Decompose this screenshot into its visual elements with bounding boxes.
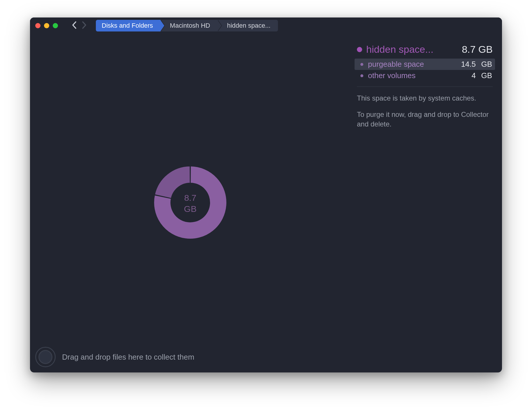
donut-center-value: 8.7: [184, 192, 196, 203]
breadcrumb-item-current[interactable]: hidden space...: [218, 20, 278, 31]
donut-center-label: 8.7 GB: [184, 192, 196, 214]
collector-icon: [35, 347, 56, 367]
breadcrumb-item-root[interactable]: Disks and Folders: [96, 20, 161, 31]
content-body: 8.7 GB hidden space... 8.7 GB purgeable …: [30, 34, 502, 372]
titlebar: Disks and Folders Macintosh HD hidden sp…: [30, 17, 502, 34]
breadcrumb: Disks and Folders Macintosh HD hidden sp…: [96, 20, 278, 31]
item-label: other volumes: [368, 71, 456, 80]
breadcrumb-label: hidden space...: [227, 22, 270, 29]
window-controls: [35, 23, 58, 28]
details-header: hidden space... 8.7 GB: [355, 42, 495, 59]
description-line: This space is taken by system caches.: [357, 93, 493, 103]
chart-area: 8.7 GB: [30, 34, 350, 372]
details-description: This space is taken by system caches. To…: [355, 93, 495, 129]
app-window: Disks and Folders Macintosh HD hidden sp…: [30, 17, 502, 372]
close-window-button[interactable]: [35, 23, 40, 28]
item-color-dot: [360, 63, 363, 66]
divider: [357, 87, 493, 87]
description-line: To purge it now, drag and drop to Collec…: [357, 110, 493, 129]
breadcrumb-label: Disks and Folders: [102, 22, 153, 29]
donut-chart[interactable]: 8.7 GB: [154, 166, 227, 240]
item-color-dot: [360, 74, 363, 77]
details-title: hidden space...: [366, 44, 458, 55]
details-size: 8.7 GB: [462, 44, 493, 55]
category-color-dot: [357, 47, 362, 52]
zoom-window-button[interactable]: [53, 23, 58, 28]
item-size-unit: GB: [480, 60, 492, 69]
item-size-value: 14.5: [461, 60, 476, 69]
item-label: purgeable space: [368, 60, 456, 69]
breadcrumb-label: Macintosh HD: [170, 22, 210, 29]
forward-button[interactable]: [82, 21, 87, 30]
item-size-value: 4: [461, 71, 476, 80]
details-panel: hidden space... 8.7 GB purgeable space 1…: [350, 34, 502, 372]
collector-hint: Drag and drop files here to collect them: [62, 353, 194, 362]
breadcrumb-item-disk[interactable]: Macintosh HD: [161, 20, 218, 31]
sidebar-item-other-volumes[interactable]: other volumes 4 GB: [355, 70, 495, 81]
minimize-window-button[interactable]: [44, 23, 49, 28]
donut-center-unit: GB: [184, 203, 196, 214]
nav-arrows: [72, 21, 87, 30]
back-button[interactable]: [72, 21, 77, 30]
sidebar-item-purgeable[interactable]: purgeable space 14.5 GB: [355, 59, 495, 70]
collector-dropzone[interactable]: Drag and drop files here to collect them: [35, 347, 194, 367]
item-size-unit: GB: [480, 71, 492, 80]
